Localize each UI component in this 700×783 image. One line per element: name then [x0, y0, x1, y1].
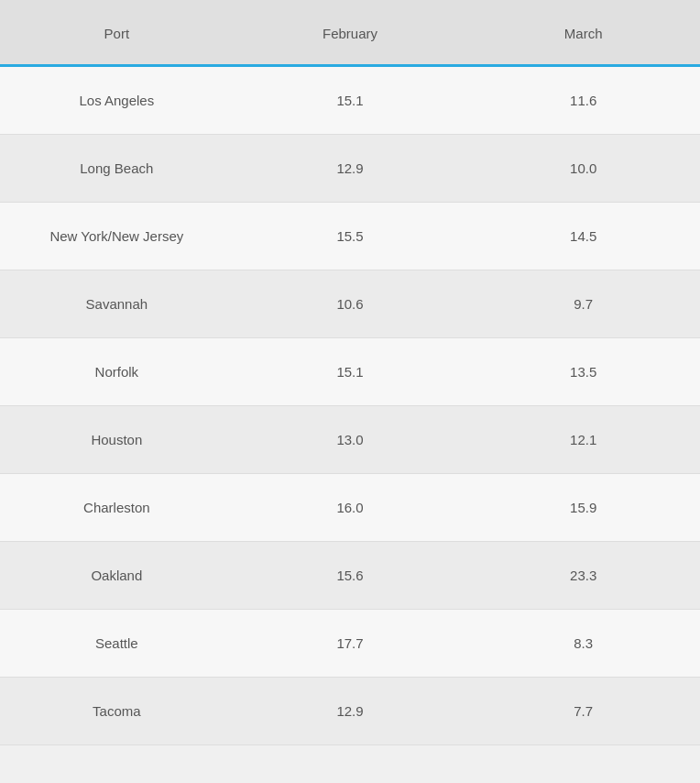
- cell-port: New York/New Jersey: [0, 221, 234, 251]
- cell-port: Savannah: [0, 289, 234, 319]
- cell-march: 9.7: [466, 289, 700, 319]
- table-row: Charleston16.015.9: [0, 474, 700, 542]
- header-port: Port: [0, 26, 234, 41]
- cell-march: 10.0: [466, 153, 700, 183]
- cell-february: 16.0: [234, 492, 467, 523]
- cell-port: Norfolk: [0, 357, 234, 387]
- cell-port: Tacoma: [0, 696, 234, 726]
- cell-march: 23.3: [466, 560, 700, 590]
- table-row: Tacoma12.97.7: [0, 678, 700, 745]
- cell-port: Seattle: [0, 628, 234, 658]
- cell-february: 15.6: [234, 560, 467, 590]
- cell-february: 15.1: [234, 357, 467, 387]
- cell-march: 7.7: [466, 696, 700, 726]
- table-row: Oakland15.623.3: [0, 542, 700, 610]
- cell-port: Charleston: [0, 492, 234, 523]
- table-row: Seattle17.78.3: [0, 610, 700, 678]
- table-row: New York/New Jersey15.514.5: [0, 203, 700, 270]
- cell-march: 12.1: [466, 425, 700, 455]
- cell-march: 13.5: [466, 357, 700, 387]
- cell-port: Long Beach: [0, 153, 234, 183]
- cell-march: 11.6: [466, 85, 700, 116]
- table-body: Los Angeles15.111.6Long Beach12.910.0New…: [0, 67, 700, 745]
- cell-february: 17.7: [234, 628, 467, 658]
- header-february: February: [234, 26, 467, 41]
- cell-march: 15.9: [466, 492, 700, 523]
- cell-february: 15.1: [234, 85, 467, 116]
- cell-february: 12.9: [234, 696, 467, 726]
- header-march: March: [466, 26, 700, 41]
- cell-february: 13.0: [234, 425, 467, 455]
- table-row: Los Angeles15.111.6: [0, 67, 700, 135]
- cell-port: Houston: [0, 425, 234, 455]
- cell-march: 8.3: [466, 628, 700, 658]
- table-row: Houston13.012.1: [0, 406, 700, 474]
- table-row: Norfolk15.113.5: [0, 338, 700, 406]
- table-header: Port February March: [0, 0, 700, 67]
- table-row: Savannah10.69.7: [0, 270, 700, 338]
- table-row: Long Beach12.910.0: [0, 135, 700, 203]
- cell-march: 14.5: [466, 221, 700, 251]
- cell-port: Oakland: [0, 560, 234, 590]
- cell-february: 12.9: [234, 153, 467, 183]
- cell-february: 15.5: [234, 221, 467, 251]
- cell-february: 10.6: [234, 289, 467, 319]
- cell-port: Los Angeles: [0, 85, 234, 116]
- data-table: Port February March Los Angeles15.111.6L…: [0, 0, 700, 745]
